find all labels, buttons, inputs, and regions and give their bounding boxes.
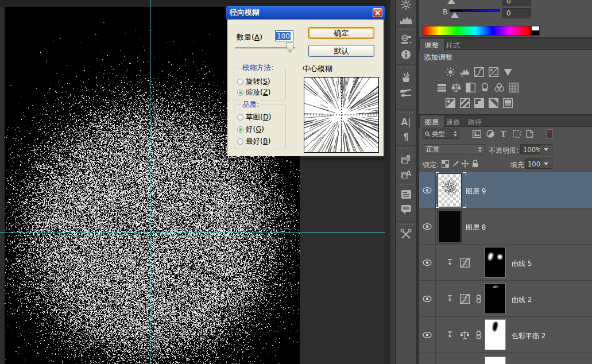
layer-name[interactable]: 曲线 5 [512,259,532,269]
layer-row-partial[interactable] [419,353,592,364]
color-value-top[interactable]: 0 [502,0,531,6]
dock-grip[interactable] [398,147,413,151]
threshold-icon[interactable] [474,98,484,108]
blur-center-preview[interactable] [304,77,379,153]
radio-best[interactable]: 最好(B) [237,137,270,145]
info-icon[interactable] [396,47,416,62]
visibility-cell[interactable] [419,317,436,353]
default-button[interactable]: 默认 [308,45,374,57]
color-balance-icon[interactable] [451,83,461,92]
blend-mode-value: 正常 [426,145,440,154]
horizontal-guide[interactable] [0,233,385,233]
selective-color-icon[interactable] [503,98,513,108]
layer-mask-thumbnail[interactable] [485,247,506,278]
vibrance-icon[interactable] [503,67,513,77]
clone-source-icon[interactable] [396,0,416,12]
fill-dropdown-button[interactable] [540,158,552,169]
filter-adjustment-layers-icon[interactable] [485,129,495,138]
tab-paths[interactable]: 路径 [463,115,487,128]
visibility-cell[interactable] [419,245,436,281]
lock-position-icon[interactable] [461,159,470,168]
dock-grip[interactable] [398,28,413,32]
lock-pixels-icon[interactable] [451,159,460,168]
lock-transparency-icon[interactable] [440,159,450,168]
radio-zoom[interactable]: 缩放(Z) [237,88,270,96]
amount-slider-thumb[interactable] [287,42,293,53]
slider-handle-top[interactable] [447,0,455,4]
layer-thumbnail[interactable] [438,174,461,207]
dialog-title[interactable]: 径向模糊 [226,6,385,20]
filter-shape-layers-icon[interactable] [512,129,521,138]
black-white-icon[interactable] [466,83,475,92]
dock-grip[interactable] [398,183,413,187]
hue-saturation-icon[interactable] [437,83,447,92]
vertical-guide[interactable] [150,0,150,364]
layer-row-curves2[interactable]: 曲线 2 [419,281,592,317]
adjustments-tabbar: 调整 样式 [419,37,592,50]
visibility-cell[interactable] [419,208,436,245]
layer-mask-thumbnail[interactable] [485,283,506,314]
visibility-cell[interactable] [419,172,436,208]
layer-name[interactable]: 图层 9 [466,187,486,196]
layer-name[interactable]: 曲线 2 [512,295,532,305]
dock-grip[interactable] [398,111,413,115]
brush-panel-icon[interactable] [396,70,416,85]
character-styles-icon[interactable]: A [396,166,416,181]
brush-presets-icon[interactable] [396,85,416,100]
channel-mixer-icon[interactable] [494,83,504,92]
amount-input[interactable]: 100 [275,30,293,41]
fill-value[interactable]: 100% [525,158,540,169]
opacity-dropdown-button[interactable] [540,144,552,154]
ok-button[interactable]: 确定 [308,27,374,39]
dock-grip[interactable] [398,223,413,227]
layer-name[interactable]: 色彩平衡 2 [512,331,545,341]
dock-grip[interactable] [398,66,413,70]
brightness-contrast-icon[interactable] [446,67,455,77]
layer-thumbnail[interactable] [438,210,461,243]
layer-row-9[interactable]: 图层 9 [419,172,592,208]
opacity-value[interactable]: 100% [520,144,540,154]
gradient-map-icon[interactable] [489,98,498,108]
black-swatch[interactable] [532,30,540,36]
exposure-icon[interactable] [489,67,498,77]
swatches-icon[interactable] [396,32,416,47]
tool-presets-icon[interactable] [396,227,416,242]
layer-mask-thumbnail[interactable] [485,319,506,350]
filter-toggle-switch[interactable] [544,129,554,138]
radio-good[interactable]: 好(G) [237,125,264,133]
paragraph-panel-icon[interactable]: ¶ [396,130,416,145]
color-spectrum-ramp[interactable] [423,26,532,36]
annotations-panel-icon[interactable] [396,202,416,216]
photo-filter-icon[interactable] [480,83,490,92]
b-slider-handle[interactable] [451,12,459,18]
layer-mask-thumbnail[interactable] [485,357,506,364]
radio-draft[interactable]: 草图(D) [237,113,271,121]
layer-row-curves5[interactable]: 曲线 5 [419,245,592,281]
layer-row-8[interactable]: 图层 8 [419,208,592,245]
tab-styles[interactable]: 样式 [441,38,465,51]
b-value[interactable]: 0 [502,8,531,18]
radio-spin[interactable]: 旋转(S) [237,78,270,86]
character-panel-icon[interactable]: A| [396,115,416,130]
posterize-icon[interactable] [460,98,470,108]
levels-icon[interactable] [460,67,470,77]
curves-icon[interactable] [474,67,484,77]
paragraph-styles-icon[interactable]: ¶ [396,151,416,166]
lock-row: 锁定: 填充: 100% [419,158,592,172]
filter-pixel-layers-icon[interactable] [472,129,482,138]
blend-mode-combo[interactable]: 正常 [423,144,485,154]
notes-panel-icon[interactable] [396,187,416,202]
layer-name[interactable]: 图层 8 [466,223,486,233]
lock-all-icon[interactable] [470,159,479,168]
filter-type-layers-icon[interactable]: T [498,129,508,138]
layer-row-colorbalance2[interactable]: 色彩平衡 2 [419,317,592,353]
visibility-cell[interactable] [419,353,436,364]
filter-type-combo[interactable]: 类型 [423,129,459,139]
visibility-cell[interactable] [419,281,436,317]
color-lookup-icon[interactable] [509,83,519,92]
close-button[interactable] [373,8,382,17]
histogram-icon[interactable] [396,12,416,27]
invert-icon[interactable] [446,98,455,108]
filter-smart-objects-icon[interactable] [525,129,535,138]
tab-channels[interactable]: 通道 [441,115,465,128]
